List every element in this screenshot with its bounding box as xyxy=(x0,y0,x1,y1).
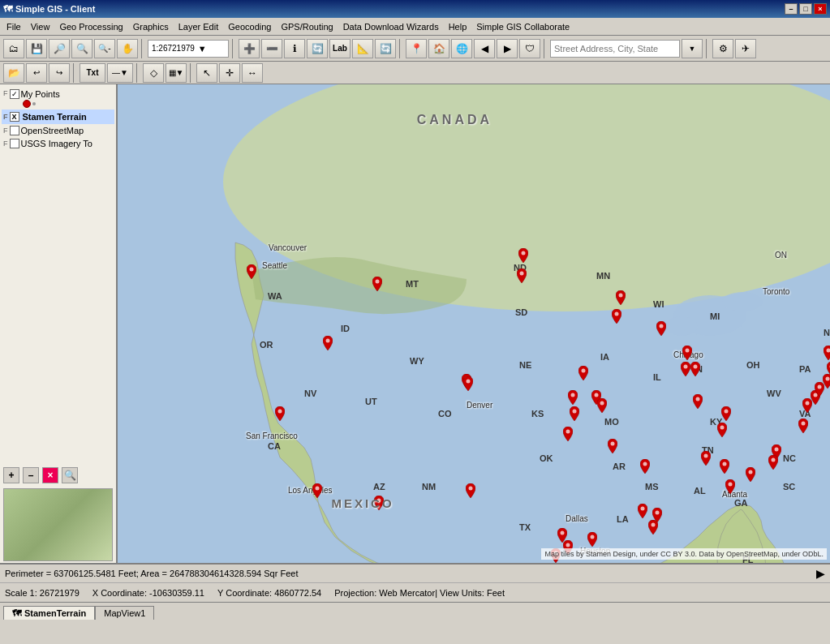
window-controls: – □ × xyxy=(785,3,827,15)
overview-map xyxy=(3,488,113,561)
sep-2-1 xyxy=(73,63,76,83)
scale-dropdown[interactable]: 1: 26721979 ▼ xyxy=(148,40,229,58)
menu-graphics[interactable]: Graphics xyxy=(128,20,174,33)
overview-section: + – × 🔍 xyxy=(0,464,116,563)
app-title: Simple GIS - Client xyxy=(15,4,95,14)
back-button[interactable]: ◀ xyxy=(474,39,495,58)
shape-tool-button[interactable]: ◇ xyxy=(143,63,164,83)
layer-open-button[interactable]: 📂 xyxy=(3,63,24,83)
menu-collaborate[interactable]: Simple GIS Collaborate xyxy=(471,20,574,33)
zoom-out-button[interactable]: 🔍- xyxy=(94,39,115,58)
zoom-in-button[interactable]: 🔍 xyxy=(71,39,92,58)
layer-checkbox-my-points[interactable]: ✓ xyxy=(10,89,19,99)
scale-display: Scale 1: 26721979 xyxy=(5,588,80,598)
layer-flag-my-points: F xyxy=(3,89,8,97)
select-tool-button[interactable]: ↖ xyxy=(196,63,217,83)
layer-label-stamen: Stamen Terrain xyxy=(21,111,88,122)
map-view[interactable]: WAORCANVIDMTWYUTAZCONMNDSDNEKSOKTXMNIAMO… xyxy=(118,84,830,563)
remove-button[interactable]: ➖ xyxy=(261,39,282,58)
layer-item-my-points[interactable]: F ✓ My Points xyxy=(2,88,114,109)
fill-style-button[interactable]: ▦▼ xyxy=(166,63,187,83)
menu-file[interactable]: File xyxy=(2,20,26,33)
status-bar-coords: Scale 1: 26721979 X Coordinate: -1063035… xyxy=(0,582,830,602)
layer-checkbox-stamen[interactable]: X xyxy=(10,112,19,122)
canada-label: CANADA xyxy=(417,113,492,127)
menu-geoprocessing[interactable]: Geo Processing xyxy=(54,20,127,33)
restore-button[interactable]: □ xyxy=(799,3,812,15)
status-bar: Perimeter = 63706125.5481 Feet; Area = 2… xyxy=(0,563,830,582)
search-dropdown-arrow[interactable]: ▼ xyxy=(682,39,703,58)
main-content: F ✓ My Points F X Stamen Terrain F xyxy=(0,84,830,563)
layer-label-usgs: USGS Imagery To xyxy=(21,139,92,148)
separator-3 xyxy=(399,39,402,58)
menu-datadownload[interactable]: Data Download Wizards xyxy=(338,20,444,33)
layer-label-my-points: My Points xyxy=(21,89,60,99)
globe-button[interactable]: 🌐 xyxy=(451,39,472,58)
map-control-buttons: + – × 🔍 xyxy=(0,464,116,487)
perimeter-area-text: Perimeter = 63706125.5481 Feet; Area = 2… xyxy=(5,569,298,578)
toolbar-extra-2[interactable]: ✈ xyxy=(735,39,756,58)
refresh-button[interactable]: 🔄 xyxy=(307,39,328,58)
tab-stamen-terrain[interactable]: 🗺 StamenTerrain xyxy=(3,606,95,620)
redo-button[interactable]: ↪ xyxy=(49,63,70,83)
map-svg xyxy=(118,84,830,563)
pan-button[interactable]: ✋ xyxy=(117,39,138,58)
svg-point-4 xyxy=(722,292,763,311)
layer-flag-stamen: F xyxy=(3,113,8,121)
toolbar-btn-b[interactable]: 🔄 xyxy=(375,39,396,58)
search-control[interactable]: 🔍 xyxy=(62,467,78,483)
tab-mapview1[interactable]: MapView1 xyxy=(95,606,154,620)
undo-button[interactable]: ↩ xyxy=(26,63,47,83)
mapview1-tab-label: MapView1 xyxy=(104,608,145,618)
toolbar-btn-a[interactable]: 📐 xyxy=(352,39,373,58)
home-button[interactable]: 🏠 xyxy=(428,39,449,58)
toolbar-drawing: 📂 ↩ ↪ Txt —▼ ◇ ▦▼ ↖ ✛ ↔ xyxy=(0,62,830,84)
minimize-button[interactable]: – xyxy=(785,3,798,15)
gps-button[interactable]: 📍 xyxy=(406,39,427,58)
titlebar: 🗺 Simple GIS - Client – □ × xyxy=(0,0,830,18)
layer-checkbox-osm[interactable] xyxy=(10,126,19,135)
app-title-area: 🗺 Simple GIS - Client xyxy=(3,4,95,14)
line-style-dropdown[interactable]: —▼ xyxy=(107,63,133,83)
lab-button[interactable]: Lab xyxy=(329,39,350,58)
move-tool-button[interactable]: ✛ xyxy=(219,63,240,83)
zoom-out-control[interactable]: – xyxy=(23,467,39,483)
separator-2 xyxy=(232,39,235,58)
info-button[interactable]: ℹ xyxy=(284,39,305,58)
layer-list: F ✓ My Points F X Stamen Terrain F xyxy=(0,84,116,464)
sep-2-3 xyxy=(190,63,193,83)
layer-item-stamen[interactable]: F X Stamen Terrain xyxy=(2,109,114,124)
toolbar-btn-3[interactable]: 🔎 xyxy=(49,39,70,58)
menu-geocoding[interactable]: Geocoding xyxy=(223,20,276,33)
layer-checkbox-usgs[interactable] xyxy=(10,139,19,148)
app-icon: 🗺 xyxy=(3,4,12,14)
left-panel: F ✓ My Points F X Stamen Terrain F xyxy=(0,84,118,563)
forward-button[interactable]: ▶ xyxy=(497,39,518,58)
svg-point-3 xyxy=(665,316,698,336)
menu-view[interactable]: View xyxy=(26,20,55,33)
shield-button[interactable]: 🛡 xyxy=(519,39,540,58)
layer-item-osm[interactable]: F OpenStreetMap xyxy=(2,124,114,137)
scale-value: 26721979 xyxy=(158,44,195,53)
close-button[interactable]: × xyxy=(814,3,827,15)
address-search-input[interactable] xyxy=(550,40,680,58)
zoom-in-control[interactable]: + xyxy=(3,467,19,483)
scale-label: 1: xyxy=(152,44,158,53)
close-control[interactable]: × xyxy=(42,467,58,483)
x-coordinate: X Coordinate: -10630359.11 xyxy=(92,588,204,598)
menu-help[interactable]: Help xyxy=(444,20,472,33)
menu-layeredit[interactable]: Layer Edit xyxy=(174,20,224,33)
layer-label-osm: OpenStreetMap xyxy=(21,126,84,135)
toolbar-extra-1[interactable]: ⚙ xyxy=(712,39,733,58)
menu-gpsrouting[interactable]: GPS/Routing xyxy=(276,20,338,33)
open-folder-button[interactable]: 🗂 xyxy=(3,39,24,58)
scale-dropdown-arrow: ▼ xyxy=(198,44,207,54)
save-button[interactable]: 💾 xyxy=(26,39,47,58)
edit-vertices-button[interactable]: ↔ xyxy=(242,63,263,83)
separator-4 xyxy=(544,39,547,58)
layer-item-usgs[interactable]: F USGS Imagery To xyxy=(2,137,114,150)
y-coordinate: Y Coordinate: 4860772.54 xyxy=(217,588,321,598)
separator-1 xyxy=(141,39,144,58)
text-tool-button[interactable]: Txt xyxy=(80,63,105,83)
add-button[interactable]: ➕ xyxy=(239,39,260,58)
